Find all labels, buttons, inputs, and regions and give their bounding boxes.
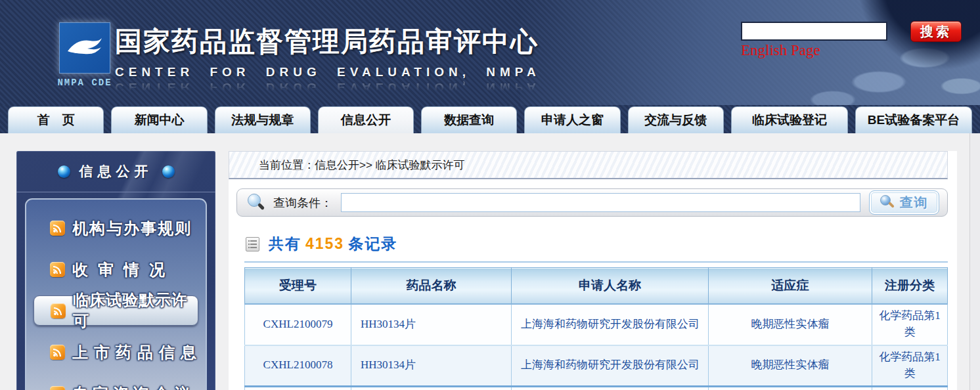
- sidebar-item-clinical-trial-implied-license[interactable]: 临床试验默示许可: [33, 295, 198, 326]
- breadcrumb: 当前位置：信息公开>> 临床试验默示许可: [229, 151, 948, 179]
- cell-acceptance-number: CXHL2100078: [245, 345, 351, 387]
- cell-registration-category: 化学药品第1类: [872, 304, 948, 345]
- content-area: 信息公开 机构与办事规则 收审情况 临床试验默示许可 上市药: [0, 133, 980, 390]
- english-page-link[interactable]: English Page: [741, 42, 820, 59]
- list-icon: [246, 237, 259, 251]
- records-count: 4153: [301, 235, 348, 252]
- scrollbar-gutter[interactable]: [969, 133, 980, 390]
- main-nav: 首 页 新闻中心 法规与规章 信息公开 数据查询 申请人之窗 交流与反馈 临床试…: [0, 105, 980, 133]
- tab-laws-regulations[interactable]: 法规与规章: [215, 106, 311, 133]
- page-title: 国家药品监督管理局药品审评中心: [115, 24, 541, 60]
- tab-home[interactable]: 首 页: [8, 106, 104, 133]
- rss-icon: [51, 303, 66, 318]
- col-header-acceptance-number: 受理号: [245, 268, 351, 304]
- col-header-drug-name: 药品名称: [351, 268, 512, 304]
- page-subtitle: CENTER FOR DRUG EVALUATION, NMPA: [115, 65, 541, 79]
- records-text: 共有4153条记录: [269, 234, 397, 254]
- query-input[interactable]: [341, 193, 860, 212]
- records-summary: 共有4153条记录: [246, 234, 957, 254]
- cell-applicant-name: 上海海和药物研究开发股份有限公司: [512, 345, 709, 387]
- query-bar: 查询条件： 查询: [236, 188, 948, 217]
- search-icon: [248, 194, 265, 212]
- tab-applicant-window[interactable]: 申请人之窗: [524, 106, 620, 133]
- tab-news-center[interactable]: 新闻中心: [111, 106, 207, 133]
- orb-icon: [58, 165, 70, 178]
- search-icon: [880, 195, 895, 211]
- cell-drug-name: HH30134片: [351, 345, 512, 387]
- cell-indication: 晚期恶性实体瘤: [709, 345, 872, 387]
- tab-communication-feedback[interactable]: 交流与反馈: [628, 106, 724, 133]
- table-header-row: 受理号 药品名称 申请人名称 适应症 注册分类: [245, 268, 948, 304]
- cell-registration-category: 化学药品第1类: [872, 345, 948, 387]
- table-row: CXHL2100079 HH30134片 上海海和药物研究开发股份有限公司 晚期…: [245, 304, 948, 345]
- cell-acceptance-number: CXHL2100079: [245, 304, 351, 345]
- title-block: 国家药品监督管理局药品审评中心 CENTER FOR DRUG EVALUATI…: [115, 24, 541, 95]
- sidebar-item-rules[interactable]: 机构与办事规则: [26, 207, 206, 249]
- sidebar-item-marketed-drug-info[interactable]: 上市药品信息: [26, 332, 206, 373]
- breadcrumb-text: 当前位置：信息公开>> 临床试验默示许可: [259, 158, 465, 173]
- orb-icon: [162, 165, 175, 178]
- site-header: NMPA CDE 国家药品监督管理局药品审评中心 CENTER FOR DRUG…: [0, 0, 980, 105]
- logo-caption: NMPA CDE: [55, 77, 115, 88]
- tab-information-disclosure[interactable]: 信息公开: [318, 106, 414, 133]
- sidebar-item-acceptance-review[interactable]: 收审情况: [26, 249, 206, 290]
- sidebar-header: 信息公开: [16, 151, 215, 192]
- main-panel: 当前位置：信息公开>> 临床试验默示许可 查询条件： 查询 共有4153条记录: [229, 151, 957, 390]
- sidebar-title: 信息公开: [79, 162, 153, 181]
- sidebar-item-expert-advisory-meeting[interactable]: 专家咨询会议: [26, 373, 206, 390]
- col-header-indication: 适应症: [709, 268, 872, 304]
- page: NMPA CDE 国家药品监督管理局药品审评中心 CENTER FOR DRUG…: [0, 0, 980, 390]
- tab-be-trial-platform[interactable]: BE试验备案平台: [855, 106, 972, 133]
- rss-icon: [50, 221, 65, 236]
- table-row: CXHL2100078 HH30134片 上海海和药物研究开发股份有限公司 晚期…: [245, 345, 948, 387]
- page-subtitle-reflection: CENTER FOR DRUG EVALUATION, NMPA: [115, 80, 541, 95]
- rss-icon: [50, 386, 65, 390]
- query-button[interactable]: 查询: [869, 190, 939, 215]
- col-header-applicant-name: 申请人名称: [512, 268, 709, 304]
- cell-drug-name: HH30134片: [351, 304, 512, 345]
- rss-icon: [50, 262, 65, 277]
- header-search-input[interactable]: [741, 22, 887, 41]
- tab-data-query[interactable]: 数据查询: [421, 106, 517, 133]
- table-row: [245, 387, 948, 390]
- header-search-button[interactable]: 搜索: [910, 21, 962, 42]
- tab-clinical-trial-registration[interactable]: 临床试验登记: [731, 106, 848, 133]
- sidebar: 信息公开 机构与办事规则 收审情况 临床试验默示许可 上市药: [16, 151, 215, 390]
- query-label: 查询条件：: [273, 195, 332, 211]
- results-table: 受理号 药品名称 申请人名称 适应症 注册分类 CXHL2100079 HH30…: [244, 267, 948, 390]
- divider: [244, 261, 948, 263]
- sidebar-menu: 机构与办事规则 收审情况 临床试验默示许可 上市药品信息 专家咨询会议: [25, 198, 207, 390]
- rss-icon: [50, 345, 65, 360]
- col-header-registration-category: 注册分类: [872, 268, 948, 304]
- cell-indication: 晚期恶性实体瘤: [709, 304, 872, 345]
- cell-applicant-name: 上海海和药物研究开发股份有限公司: [512, 304, 709, 345]
- logo: NMPA CDE: [55, 22, 115, 88]
- cde-fish-logo-icon: [59, 22, 110, 74]
